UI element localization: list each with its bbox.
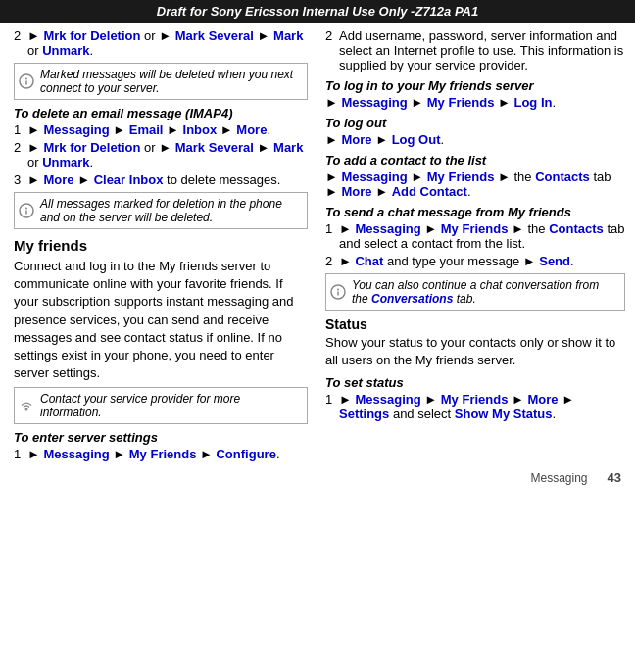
page-content: 2 ► Mrk for Deletion or ► Mark Several ►… (0, 23, 635, 468)
logout-item: ► More ► Log Out. (325, 132, 625, 147)
left-column: 2 ► Mrk for Deletion or ► Mark Several ►… (0, 28, 318, 464)
subheading-set-status: To set status (325, 375, 625, 390)
subheading-text: To set status (325, 375, 404, 390)
svg-point-8 (337, 289, 339, 291)
item-number: 2 (325, 254, 339, 268)
item-text: Add username, password, server informati… (339, 28, 625, 72)
header-title: Draft for Sony Ericsson Internal Use Onl… (157, 4, 478, 19)
section-heading-text: My friends (14, 237, 87, 254)
info-icon (330, 284, 346, 300)
item-number: 1 (14, 122, 27, 137)
subheading-text: To log in to your My friends server (325, 78, 534, 93)
subheading-logout: To log out (325, 116, 625, 130)
right-column: 2 Add username, password, server informa… (318, 28, 635, 464)
list-item: 1 ► Messaging ► My Friends ► Configure. (14, 447, 308, 461)
item-text: ► Messaging ► My Friends ► Configure. (27, 447, 280, 461)
item-number: 1 (325, 221, 339, 251)
info-icon (19, 203, 34, 218)
subheading-add-contact: To add a contact to the list (325, 153, 625, 168)
item-text: ► Mrk for Deletion or ► Mark Several ► M… (27, 28, 308, 58)
subheading-server-settings: To enter server settings (14, 430, 308, 445)
subheading-text: To add a contact to the list (325, 153, 486, 168)
footer-label: Messaging (531, 471, 588, 485)
svg-point-1 (25, 78, 27, 80)
subheading-text: To delete an email message (IMAP4) (14, 106, 232, 120)
signal-icon (19, 398, 34, 413)
subheading-send-chat: To send a chat message from My friends (325, 205, 625, 219)
my-friends-body: Connect and log in to the My friends ser… (14, 258, 308, 382)
list-item: 1 ► Messaging ► My Friends ► the Contact… (325, 221, 625, 251)
svg-point-6 (25, 408, 28, 411)
list-item: 1 ► Messaging ► Email ► Inbox ► More. (14, 122, 308, 137)
list-item: 2 ► Chat and type your message ► Send. (325, 254, 625, 268)
item-text: ► Mrk for Deletion or ► Mark Several ► M… (27, 140, 308, 169)
item-number: 2 (325, 28, 339, 72)
tip-text: All messages marked for deletion in the … (40, 197, 282, 224)
subheading-text: To enter server settings (14, 430, 158, 445)
item-text: ► Messaging ► My Friends ► More ► Settin… (339, 392, 625, 421)
status-heading: Status (325, 316, 625, 332)
info-icon (19, 73, 34, 89)
item-number: 2 (14, 140, 27, 169)
item-text: ► Chat and type your message ► Send. (339, 254, 574, 268)
subheading-text: To log out (325, 116, 386, 130)
list-item: 2 Add username, password, server informa… (325, 28, 625, 72)
tip-text: You can also continue a chat conversa­ti… (352, 278, 599, 306)
list-item: 3 ► More ► Clear Inbox to delete message… (14, 172, 308, 187)
page-number: 43 (608, 470, 621, 485)
item-number: 1 (14, 447, 27, 461)
list-item: 1 ► Messaging ► My Friends ► More ► Sett… (325, 392, 625, 421)
page-header: Draft for Sony Ericsson Internal Use Onl… (0, 0, 635, 23)
status-body: Show your status to your contacts only o… (325, 334, 625, 369)
status-heading-text: Status (325, 316, 367, 332)
item-text: ► More ► Clear Inbox to delete messages. (27, 172, 280, 187)
tip-box-deletion: Marked messages will be deleted when you… (14, 63, 308, 100)
item-text: ► Messaging ► My Friends ► the Contacts … (339, 221, 625, 251)
subheading-imap4: To delete an email message (IMAP4) (14, 106, 308, 120)
tip-text: Contact your service provider for more i… (40, 392, 240, 419)
page-footer: Messaging 43 (0, 468, 635, 489)
status-body-text: Show your status to your contacts only o… (325, 335, 615, 367)
login-item: ► Messaging ► My Friends ► Log In. (325, 95, 625, 110)
item-number: 3 (14, 172, 27, 187)
item-number: 1 (325, 392, 339, 421)
item-text: ► Messaging ► Email ► Inbox ► More. (27, 122, 270, 137)
item-number: 2 (14, 28, 27, 58)
subheading-login: To log in to your My friends server (325, 78, 625, 93)
tip-box-chat-convo: You can also continue a chat conversa­ti… (325, 273, 625, 311)
list-item: 2 ► Mrk for Deletion or ► Mark Several ►… (14, 28, 308, 58)
add-contact-item: ► Messaging ► My Friends ► the Contacts … (325, 169, 625, 199)
subheading-text: To send a chat message from My friends (325, 205, 571, 219)
tip-text: Marked messages will be deleted when you… (40, 68, 293, 95)
tip-box-all-messages: All messages marked for deletion in the … (14, 192, 308, 229)
body-text-content: Connect and log in to the My friends ser… (14, 259, 293, 380)
list-item: 2 ► Mrk for Deletion or ► Mark Several ►… (14, 140, 308, 169)
section-heading-my-friends: My friends (14, 237, 308, 254)
tip-box-service-provider: Contact your service provider for more i… (14, 387, 308, 424)
svg-point-4 (25, 208, 27, 210)
